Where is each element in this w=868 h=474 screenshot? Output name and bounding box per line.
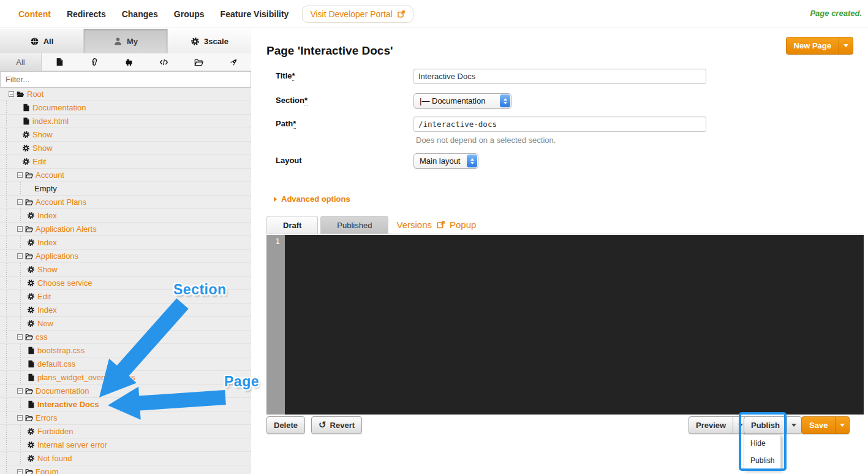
filter-input[interactable] xyxy=(0,71,251,88)
tab-draft[interactable]: Draft xyxy=(266,216,318,234)
tab-all[interactable]: All xyxy=(0,29,84,53)
rocket-filter-icon[interactable] xyxy=(216,53,251,71)
nav-item-feature-visibility[interactable]: Feature Visibility xyxy=(221,9,289,19)
collapse-toggle-icon[interactable] xyxy=(17,199,23,205)
tree-item-forum[interactable]: Forum xyxy=(0,465,251,474)
tree-item-not-found[interactable]: Not found xyxy=(0,452,251,465)
tree-item-edit[interactable]: Edit xyxy=(0,155,251,169)
layout-select[interactable]: Main layout xyxy=(413,153,478,169)
path-hint: Does not depend on a selected section. xyxy=(416,136,556,145)
tree-item-css[interactable]: css xyxy=(0,331,251,344)
code-filter-icon[interactable] xyxy=(146,53,181,71)
publish-menu-item-publish[interactable]: Publish xyxy=(744,452,780,469)
editor-tab-bar: Draft Published Versions Popup xyxy=(266,216,864,234)
delete-button[interactable]: Delete xyxy=(266,416,305,434)
publish-menu-item-hide[interactable]: Hide xyxy=(744,435,780,452)
revert-button[interactable]: Revert xyxy=(311,416,362,434)
tree-item-edit[interactable]: Edit xyxy=(0,290,251,304)
gear-icon xyxy=(27,266,35,273)
filter-all-tab[interactable]: All xyxy=(0,53,42,71)
title-label: Title* xyxy=(276,71,295,80)
save-dropdown-toggle[interactable] xyxy=(835,417,849,434)
tree-item-applications[interactable]: Applications xyxy=(0,250,251,263)
external-link-icon xyxy=(397,10,406,18)
section-label: Section* xyxy=(276,96,308,105)
tree-item-documentation[interactable]: Documentation xyxy=(0,384,251,398)
collapse-toggle-icon[interactable] xyxy=(17,415,23,421)
folder-icon xyxy=(25,387,33,395)
nav-item-redirects[interactable]: Redirects xyxy=(67,9,106,19)
preview-button[interactable]: Preview xyxy=(689,417,733,434)
sidebar-scope-tabs: All My 3scale xyxy=(0,29,251,53)
editor-text-area[interactable] xyxy=(285,235,864,415)
tree-item-empty[interactable]: Empty xyxy=(0,182,251,196)
tree-item-index[interactable]: Index xyxy=(0,304,251,317)
tree-item-label: Account Plans xyxy=(36,197,86,207)
select-stepper-icon xyxy=(467,155,477,167)
path-input[interactable] xyxy=(413,117,706,132)
tree-item-documentation[interactable]: Documentation xyxy=(0,101,251,115)
folder-solid-icon xyxy=(17,90,25,98)
tree-item-show[interactable]: Show xyxy=(0,263,251,277)
path-label: Path* xyxy=(276,119,296,128)
tab-3scale[interactable]: 3scale xyxy=(168,29,251,53)
title-input[interactable] xyxy=(413,69,706,84)
collapse-toggle-icon[interactable] xyxy=(17,253,23,259)
tree-item-account[interactable]: Account xyxy=(0,169,251,182)
paperclip-filter-icon[interactable] xyxy=(77,53,111,71)
tree-item-label: Show xyxy=(37,265,58,274)
gear-icon xyxy=(27,427,35,435)
nav-item-content[interactable]: Content xyxy=(18,9,51,19)
versions-link[interactable]: Versions xyxy=(396,220,432,230)
publish-button[interactable]: Publish xyxy=(744,417,787,434)
tree-item-errors[interactable]: Errors xyxy=(0,411,251,425)
tree-item-forbidden[interactable]: Forbidden xyxy=(0,425,251,438)
tree-item-choose-service[interactable]: Choose service xyxy=(0,277,251,290)
nav-item-changes[interactable]: Changes xyxy=(122,9,158,19)
tree-item-interactive-docs[interactable]: Interactive Docs xyxy=(0,398,251,411)
publish-dropdown-toggle[interactable] xyxy=(787,417,801,434)
tree-item-label: Index xyxy=(37,305,57,315)
tree-item-bootstrap-css[interactable]: bootstrap.css xyxy=(0,344,251,357)
nav-item-groups[interactable]: Groups xyxy=(174,9,205,19)
collapse-toggle-icon[interactable] xyxy=(17,334,23,340)
tree-item-internal-server-error[interactable]: Internal server error xyxy=(0,438,251,452)
tree-item-show[interactable]: Show xyxy=(0,142,251,155)
tree-item-new[interactable]: New xyxy=(0,317,251,331)
tree-item-label: css xyxy=(36,332,48,342)
tree-item-index-html[interactable]: index.html xyxy=(0,115,251,128)
tree-item-index[interactable]: Index xyxy=(0,209,251,223)
tree-item-application-alerts[interactable]: Application Alerts xyxy=(0,223,251,236)
folder-filter-icon[interactable] xyxy=(181,53,216,71)
tree-item-default-css[interactable]: default.css xyxy=(0,357,251,371)
tree-item-index[interactable]: Index xyxy=(0,236,251,250)
save-button[interactable]: Save xyxy=(802,417,835,434)
actions-bar: Delete Revert Preview Publish Save Hide … xyxy=(266,416,864,434)
tree-item-root[interactable]: Root xyxy=(0,88,251,101)
collapse-toggle-icon[interactable] xyxy=(9,91,14,97)
gear-icon xyxy=(27,239,35,247)
tree-item-plans-widget-overrides-css[interactable]: plans_widget_overrides.css xyxy=(0,371,251,384)
collapse-toggle-icon[interactable] xyxy=(17,469,23,474)
tree-item-account-plans[interactable]: Account Plans xyxy=(0,196,251,209)
tree-item-show[interactable]: Show xyxy=(0,128,251,142)
tree-item-label: Interactive Docs xyxy=(37,400,99,409)
collapse-toggle-icon[interactable] xyxy=(17,226,23,232)
visit-developer-portal-button[interactable]: Visit Developer Portal xyxy=(302,6,413,23)
popup-link[interactable]: Popup xyxy=(450,220,476,230)
preview-split-button: Preview xyxy=(689,416,748,434)
tab-my[interactable]: My xyxy=(84,29,168,53)
advanced-options-toggle[interactable]: Advanced options xyxy=(274,194,350,204)
collapse-toggle-icon[interactable] xyxy=(17,388,23,394)
new-page-dropdown-toggle[interactable] xyxy=(839,37,853,54)
section-select[interactable]: |— Documentation xyxy=(413,93,511,109)
file-icon xyxy=(27,400,35,408)
tab-published[interactable]: Published xyxy=(320,216,388,234)
collapse-toggle-icon[interactable] xyxy=(17,172,23,178)
portlet-filter-icon[interactable] xyxy=(111,53,146,71)
sidebar: All My 3scale All RootDocumentationindex… xyxy=(0,29,251,474)
new-page-button[interactable]: New Page xyxy=(787,37,839,54)
gear-icon xyxy=(27,212,35,220)
gear-icon xyxy=(191,37,200,46)
file-filter-icon[interactable] xyxy=(42,53,77,71)
